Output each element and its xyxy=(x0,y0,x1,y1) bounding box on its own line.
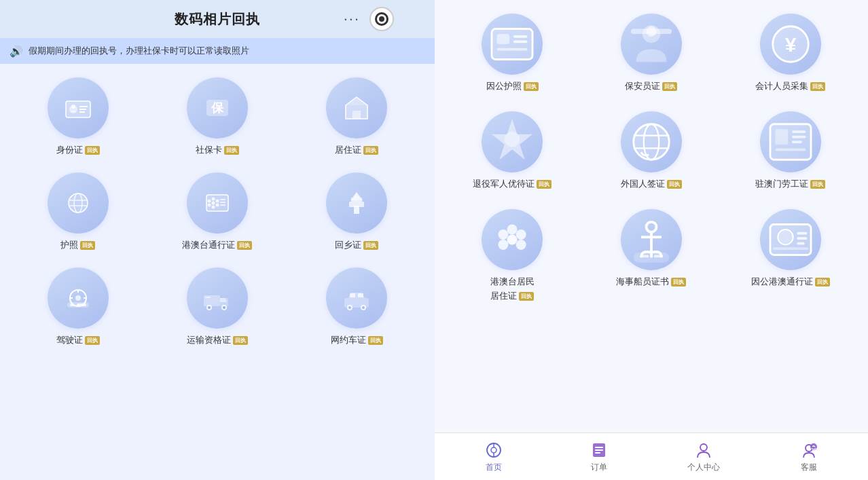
grid-item-waiguoren[interactable]: 外国人签证 回执 xyxy=(587,111,716,190)
svg-rect-50 xyxy=(492,29,532,60)
tuiyijun-badge: 回执 xyxy=(537,180,551,189)
svg-rect-45 xyxy=(358,293,363,297)
grid-item-juzhuzheng[interactable]: 居住证 回执 xyxy=(293,77,421,156)
gangtai-icon-wrap xyxy=(187,172,248,234)
wangyue-badge: 回执 xyxy=(368,336,383,345)
grid-item-wangyue[interactable]: 网约车证 回执 xyxy=(293,267,421,346)
shebaoka-icon: 保 xyxy=(201,92,234,124)
grid-item-baoan[interactable]: 保安员证 回执 xyxy=(587,14,716,92)
svg-rect-96 xyxy=(595,452,600,454)
nav-item-order[interactable]: 订单 xyxy=(579,441,619,473)
nav-label-home: 首页 xyxy=(486,462,502,473)
waiguoren-badge: 回执 xyxy=(667,180,682,189)
wangyue-icon xyxy=(340,282,373,314)
svg-rect-9 xyxy=(352,111,361,119)
zhuaomen-label: 驻澳门劳工证 回执 xyxy=(755,178,825,190)
gangtai-badge: 回执 xyxy=(237,241,252,250)
nav-item-service[interactable]: 客服 xyxy=(789,441,829,473)
svg-point-77 xyxy=(646,222,656,232)
grid-item-haishi[interactable]: 海事船员证书 回执 xyxy=(587,209,716,302)
yingong-label: 因公护照 回执 xyxy=(486,80,539,92)
notice-bar: 🔊 假期期间办理的回执号，办理社保卡时可以正常读取照片 xyxy=(0,38,435,64)
grid-item-jiashizheng[interactable]: 驾驶证 回执 xyxy=(14,267,142,346)
haishi-icon xyxy=(621,209,682,270)
haishi-badge: 回执 xyxy=(671,278,686,287)
yunshu-label: 运输资格证 回执 xyxy=(187,334,248,346)
svg-rect-66 xyxy=(775,129,788,145)
grid-item-zhuaomen[interactable]: 驻澳门劳工证 回执 xyxy=(726,111,854,190)
grid-item-yingong2[interactable]: 因公港澳通行证 回执 xyxy=(726,209,854,302)
grid-item-shenfenzheng[interactable]: 身份证 回执 xyxy=(14,77,142,156)
record-button[interactable] xyxy=(369,7,394,31)
jiashizheng-text: 驾驶证 xyxy=(56,334,83,346)
notice-text: 假期期间办理的回执号，办理社保卡时可以正常读取照片 xyxy=(29,45,249,57)
zhuaomen-icon xyxy=(760,111,821,172)
order-icon xyxy=(590,441,609,460)
huhao-badge: 回执 xyxy=(80,241,95,250)
nav-label-profile: 个人中心 xyxy=(687,462,720,473)
grid-item-gangtai[interactable]: 港澳台通行证 回执 xyxy=(153,172,281,251)
svg-point-29 xyxy=(75,295,81,301)
shebaoka-icon-wrap: 保 xyxy=(187,77,248,139)
grid-item-huixiang[interactable]: 回乡证 回执 xyxy=(293,172,421,251)
grid-item-gangtaiju[interactable]: 港澳台居民 居住证 回执 xyxy=(448,209,577,302)
kuaiji-badge: 回执 xyxy=(810,82,825,91)
yunshu-text: 运输资格证 xyxy=(187,334,231,346)
svg-point-73 xyxy=(516,229,526,240)
svg-rect-14 xyxy=(206,195,228,211)
gangtaiju-badge: 回执 xyxy=(519,292,534,301)
nav-label-order: 订单 xyxy=(591,462,607,473)
svg-point-61 xyxy=(634,124,670,160)
svg-point-20 xyxy=(215,204,219,207)
yingong-icon-wrap xyxy=(482,14,543,75)
shebaoka-badge: 回执 xyxy=(224,146,239,155)
svg-rect-88 xyxy=(772,247,808,250)
grid-item-kuaiji[interactable]: ¥ 会计人员采集 回执 xyxy=(726,14,854,92)
gangtaiju-icon xyxy=(482,209,543,270)
huixiang-text: 回乡证 xyxy=(335,239,361,251)
svg-point-6 xyxy=(71,105,75,109)
svg-point-97 xyxy=(700,444,707,451)
svg-text:¥: ¥ xyxy=(784,33,796,56)
kuaiji-icon-wrap: ¥ xyxy=(760,14,821,75)
svg-rect-4 xyxy=(79,109,86,110)
svg-rect-3 xyxy=(79,106,88,107)
svg-point-15 xyxy=(211,202,215,205)
yunshu-icon xyxy=(201,282,234,314)
svg-point-17 xyxy=(215,200,219,203)
nav-item-profile[interactable]: 个人中心 xyxy=(683,441,724,473)
juzhuzheng-icon-wrap xyxy=(326,77,387,139)
yingong2-badge: 回执 xyxy=(815,278,830,287)
svg-rect-69 xyxy=(792,141,802,143)
baoan-badge: 回执 xyxy=(662,82,677,91)
svg-rect-44 xyxy=(350,293,355,297)
shenfenzheng-text: 身份证 xyxy=(56,144,83,156)
bottom-nav: 首页 订单 个人中心 xyxy=(435,432,868,480)
header-dots: ··· xyxy=(344,10,360,28)
huhao-icon xyxy=(62,187,94,219)
grid-item-tuiyijun[interactable]: 退役军人优待证 回执 xyxy=(448,111,577,190)
speaker-icon: 🔊 xyxy=(10,45,23,58)
zhuaomen-icon-wrap xyxy=(760,111,821,172)
nav-item-home[interactable]: 首页 xyxy=(473,441,514,473)
grid-item-huhao[interactable]: 护照 回执 xyxy=(14,172,142,251)
svg-rect-52 xyxy=(513,35,528,38)
yingong2-icon-wrap xyxy=(760,209,821,270)
waiguoren-icon xyxy=(621,111,682,172)
svg-rect-70 xyxy=(775,148,806,151)
gangtai-label: 港澳台通行证 回执 xyxy=(182,239,252,251)
svg-point-71 xyxy=(507,235,518,245)
svg-point-19 xyxy=(211,206,215,209)
right-grid-container: 因公护照 回执 保 xyxy=(435,0,868,432)
record-icon xyxy=(375,12,388,26)
svg-rect-27 xyxy=(354,206,359,214)
svg-point-84 xyxy=(778,229,793,245)
right-panel: 因公护照 回执 保 xyxy=(435,0,868,480)
grid-item-yingong[interactable]: 因公护照 回执 xyxy=(448,14,577,92)
svg-rect-35 xyxy=(70,303,74,306)
svg-rect-42 xyxy=(205,297,211,298)
grid-item-shebaoka[interactable]: 保 社保卡 回执 xyxy=(153,77,281,156)
service-icon xyxy=(799,441,818,460)
svg-point-16 xyxy=(211,198,215,201)
grid-item-yunshu[interactable]: 运输资格证 回执 xyxy=(153,267,281,346)
